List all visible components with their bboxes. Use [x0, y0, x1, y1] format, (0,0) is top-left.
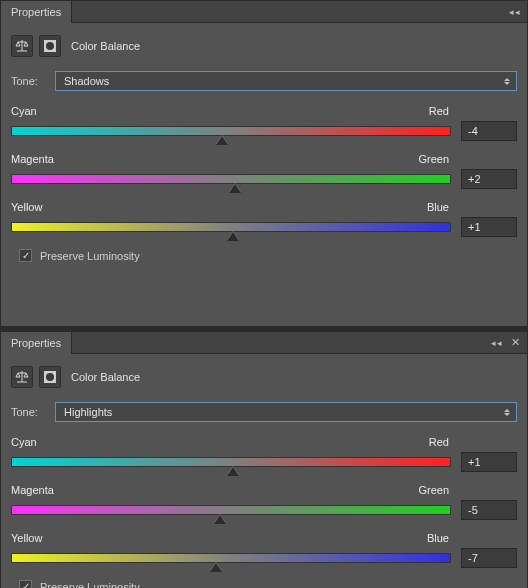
tone-label: Tone: [11, 406, 47, 418]
tone-select[interactable]: Shadows [55, 71, 517, 91]
slider-track[interactable] [11, 174, 451, 184]
slider-block: YellowBlue+1 [11, 201, 517, 237]
slider-value-input[interactable]: -5 [461, 500, 517, 520]
panel-spacer [11, 262, 517, 312]
slider-value-input[interactable]: -7 [461, 548, 517, 568]
slider-right-label: Blue [427, 201, 449, 213]
preserve-luminosity-row: ✓Preserve Luminosity [11, 580, 517, 588]
tone-label: Tone: [11, 75, 47, 87]
slider-thumb[interactable] [210, 563, 222, 572]
properties-tab[interactable]: Properties [1, 1, 72, 23]
slider-value-input[interactable]: -4 [461, 121, 517, 141]
titlebar-controls: ◂◂✕ [491, 336, 527, 349]
close-icon[interactable]: ✕ [511, 336, 521, 349]
slider-block: CyanRed-4 [11, 105, 517, 141]
adjustment-header: Color Balance [11, 35, 517, 57]
panel-titlebar: Properties◂◂ [1, 1, 527, 23]
slider-left-label: Yellow [11, 532, 42, 544]
select-arrows-icon [504, 409, 510, 416]
panel-body: Color BalanceTone:ShadowsCyanRed-4Magent… [1, 23, 527, 326]
slider-block: CyanRed+1 [11, 436, 517, 472]
slider-thumb[interactable] [229, 184, 241, 193]
slider-track[interactable] [11, 553, 451, 563]
slider-labels: CyanRed [11, 105, 517, 117]
slider-thumb[interactable] [214, 515, 226, 524]
slider-left-label: Cyan [11, 436, 37, 448]
panel-body: Color BalanceTone:HighlightsCyanRed+1Mag… [1, 354, 527, 588]
select-arrows-icon [504, 78, 510, 85]
properties-tab[interactable]: Properties [1, 332, 72, 354]
slider-thumb[interactable] [227, 232, 239, 241]
properties-panel: Properties◂◂✕Color BalanceTone:Highlight… [0, 331, 528, 588]
slider-row: -7 [11, 548, 517, 568]
slider-track[interactable] [11, 222, 451, 232]
slider-right-label: Blue [427, 532, 449, 544]
balance-scale-icon[interactable] [11, 366, 33, 388]
tone-row: Tone:Highlights [11, 402, 517, 422]
slider-right-label: Red [429, 436, 449, 448]
tone-select-value: Highlights [64, 406, 112, 418]
slider-left-label: Magenta [11, 153, 54, 165]
slider-track[interactable] [11, 457, 451, 467]
slider-block: MagentaGreen+2 [11, 153, 517, 189]
svg-point-3 [46, 373, 54, 381]
slider-block: MagentaGreen-5 [11, 484, 517, 520]
slider-labels: CyanRed [11, 436, 517, 448]
slider-row: -4 [11, 121, 517, 141]
slider-row: +1 [11, 217, 517, 237]
preserve-luminosity-label: Preserve Luminosity [40, 250, 140, 262]
slider-value-input[interactable]: +1 [461, 217, 517, 237]
slider-value-input[interactable]: +1 [461, 452, 517, 472]
properties-panel: Properties◂◂Color BalanceTone:ShadowsCya… [0, 0, 528, 327]
slider-right-label: Green [418, 153, 449, 165]
slider-row: -5 [11, 500, 517, 520]
collapse-icon[interactable]: ◂◂ [491, 338, 503, 348]
adjustment-title: Color Balance [71, 371, 140, 383]
titlebar-controls: ◂◂ [509, 7, 527, 17]
slider-labels: YellowBlue [11, 201, 517, 213]
mask-icon[interactable] [39, 35, 61, 57]
slider-row: +1 [11, 452, 517, 472]
tone-select-value: Shadows [64, 75, 109, 87]
slider-block: YellowBlue-7 [11, 532, 517, 568]
slider-left-label: Yellow [11, 201, 42, 213]
panel-titlebar: Properties◂◂✕ [1, 332, 527, 354]
preserve-luminosity-label: Preserve Luminosity [40, 581, 140, 589]
slider-value-input[interactable]: +2 [461, 169, 517, 189]
adjustment-header: Color Balance [11, 366, 517, 388]
slider-track[interactable] [11, 126, 451, 136]
slider-track[interactable] [11, 505, 451, 515]
slider-right-label: Green [418, 484, 449, 496]
preserve-luminosity-row: ✓Preserve Luminosity [11, 249, 517, 262]
slider-right-label: Red [429, 105, 449, 117]
tone-row: Tone:Shadows [11, 71, 517, 91]
slider-thumb[interactable] [216, 136, 228, 145]
svg-point-1 [46, 42, 54, 50]
slider-thumb[interactable] [227, 467, 239, 476]
slider-row: +2 [11, 169, 517, 189]
slider-labels: MagentaGreen [11, 153, 517, 165]
balance-scale-icon[interactable] [11, 35, 33, 57]
preserve-luminosity-checkbox[interactable]: ✓ [19, 249, 32, 262]
tone-select[interactable]: Highlights [55, 402, 517, 422]
preserve-luminosity-checkbox[interactable]: ✓ [19, 580, 32, 588]
adjustment-title: Color Balance [71, 40, 140, 52]
slider-labels: MagentaGreen [11, 484, 517, 496]
slider-left-label: Cyan [11, 105, 37, 117]
slider-labels: YellowBlue [11, 532, 517, 544]
collapse-icon[interactable]: ◂◂ [509, 7, 521, 17]
mask-icon[interactable] [39, 366, 61, 388]
slider-left-label: Magenta [11, 484, 54, 496]
